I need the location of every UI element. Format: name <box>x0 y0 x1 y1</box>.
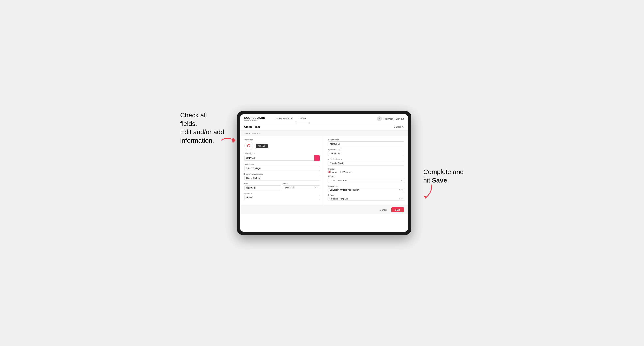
gender-label: Gender <box>328 168 404 170</box>
city-label: City <box>244 182 281 185</box>
tablet-screen: SCOREBOARD Powered by clippit TOURNAMENT… <box>240 114 408 232</box>
instruction-line2: Edit and/or add <box>180 128 224 136</box>
save-button[interactable]: Save <box>392 207 404 212</box>
arrow-right-icon <box>419 184 436 200</box>
section-label: TEAM DETAILS <box>240 131 408 136</box>
instruction-line3: information. <box>180 137 214 144</box>
form-left-column: Team logo C Upload Team colour <box>244 136 320 205</box>
city-field: City <box>244 182 281 190</box>
region-select-wrapper: ✕ ▾ <box>328 197 404 201</box>
instruction-right: Complete and hit Save. <box>424 168 464 184</box>
team-colour-label: Team colour <box>244 152 320 155</box>
division-label: Division <box>328 175 404 177</box>
athletic-director-field: Athletic Director <box>328 158 404 166</box>
form-body: Team logo C Upload Team colour <box>240 136 408 205</box>
head-coach-input[interactable] <box>328 142 404 146</box>
team-logo-field: Team logo C Upload <box>244 139 320 150</box>
gender-womens-label: Womens <box>343 171 352 173</box>
team-name-field: Team name <box>244 163 320 171</box>
conference-label: Conference <box>328 185 404 187</box>
division-field: Division NCAA Division III ▾ <box>328 175 404 183</box>
region-label: Region <box>328 194 404 196</box>
team-logo-label: Team logo <box>244 139 320 141</box>
zip-label: Zip code <box>244 192 320 194</box>
athletic-director-label: Athletic Director <box>328 158 404 160</box>
cancel-button[interactable]: Cancel <box>377 207 390 212</box>
state-label: State <box>283 182 320 185</box>
close-icon: ✕ <box>402 125 404 128</box>
state-select-wrapper: ✕ ▾ <box>283 185 320 189</box>
instruction-right-line2-suffix: . <box>447 177 449 184</box>
division-select-wrapper: NCAA Division III ▾ <box>328 178 404 183</box>
team-colour-input[interactable] <box>244 156 314 161</box>
team-name-input[interactable] <box>244 166 320 171</box>
conference-clear-icon[interactable]: ✕ <box>399 189 401 191</box>
state-clear-icon[interactable]: ✕ <box>315 186 317 188</box>
state-field: State ✕ ▾ <box>283 182 320 190</box>
division-select[interactable]: NCAA Division III <box>328 178 404 183</box>
conference-field: Conference ✕ ▾ <box>328 185 404 192</box>
athletic-director-input[interactable] <box>328 161 404 166</box>
arrow-left-icon <box>221 135 241 146</box>
navbar: SCOREBOARD Powered by clippit TOURNAMENT… <box>240 114 408 123</box>
sign-out-link[interactable]: Sign out <box>396 118 404 120</box>
gender-mens-radio[interactable] <box>328 171 330 173</box>
logo-letter: C <box>247 143 250 149</box>
gender-womens-option[interactable]: Womens <box>340 171 352 173</box>
brand: SCOREBOARD Powered by clippit <box>244 116 266 121</box>
navbar-right: T Test User | Sign out <box>377 116 404 121</box>
assistant-coach-input[interactable] <box>328 151 404 156</box>
instruction-right-line2-prefix: hit <box>424 177 432 184</box>
tablet-device: SCOREBOARD Powered by clippit TOURNAMENT… <box>237 111 411 235</box>
display-name-field: Display name (unique) <box>244 173 320 180</box>
nav-teams[interactable]: TEAMS <box>295 114 309 123</box>
brand-subtitle: Powered by clippit <box>244 119 266 121</box>
head-coach-label: Head Coach <box>328 139 404 141</box>
state-caret-icon[interactable]: ▾ <box>318 186 318 188</box>
zip-field: Zip code <box>244 192 320 200</box>
team-name-label: Team name <box>244 163 320 165</box>
gender-options: Mens Womens <box>328 171 404 173</box>
team-logo-preview: C <box>244 142 253 150</box>
team-colour-field: Team colour <box>244 152 320 161</box>
form-right-column: Head Coach Assistant Coach Athletic Dire… <box>324 136 404 205</box>
form-cancel-header[interactable]: Cancel ✕ <box>394 125 404 128</box>
brand-title: SCOREBOARD <box>244 116 266 119</box>
region-clear-icon[interactable]: ✕ <box>399 198 401 200</box>
city-state-row: City State ✕ ▾ <box>244 182 320 192</box>
logo-section: C Upload <box>244 142 320 150</box>
region-input[interactable] <box>330 197 398 200</box>
color-field-wrapper <box>244 155 320 161</box>
instruction-right-save-word: Save <box>432 177 447 184</box>
form-footer: Cancel Save <box>240 205 408 214</box>
instruction-right-line1: Complete and <box>424 168 464 175</box>
city-input[interactable] <box>244 185 281 190</box>
display-name-input[interactable] <box>244 176 320 180</box>
zip-input[interactable] <box>244 195 320 200</box>
head-coach-field: Head Coach <box>328 139 404 146</box>
color-swatch[interactable] <box>314 155 320 161</box>
nav-menu: TOURNAMENTS TEAMS <box>271 114 377 123</box>
conference-caret-icon[interactable]: ▾ <box>402 189 402 191</box>
region-caret-icon[interactable]: ▾ <box>402 198 402 200</box>
display-name-label: Display name (unique) <box>244 173 320 175</box>
user-label: Test User | <box>384 118 394 120</box>
gender-mens-option[interactable]: Mens <box>328 171 337 173</box>
instruction-line1: Check all fields. <box>180 112 207 127</box>
region-field: Region ✕ ▾ <box>328 194 404 201</box>
assistant-coach-field: Assistant Coach <box>328 148 404 156</box>
upload-button[interactable]: Upload <box>256 144 268 148</box>
gender-field: Gender Mens Womens <box>328 168 404 173</box>
conference-select-wrapper: ✕ ▾ <box>328 188 404 192</box>
nav-tournaments[interactable]: TOURNAMENTS <box>271 114 295 123</box>
conference-input[interactable] <box>330 188 398 191</box>
assistant-coach-label: Assistant Coach <box>328 148 404 151</box>
instruction-left: Check all fields. Edit and/or add inform… <box>180 111 225 145</box>
gender-womens-radio[interactable] <box>340 171 342 173</box>
form-header: Create Team Cancel ✕ <box>240 123 408 131</box>
gender-mens-label: Mens <box>332 171 337 173</box>
user-avatar: T <box>377 116 382 121</box>
cancel-label: Cancel <box>394 126 401 128</box>
state-input[interactable] <box>284 186 314 188</box>
form-title: Create Team <box>244 125 260 128</box>
